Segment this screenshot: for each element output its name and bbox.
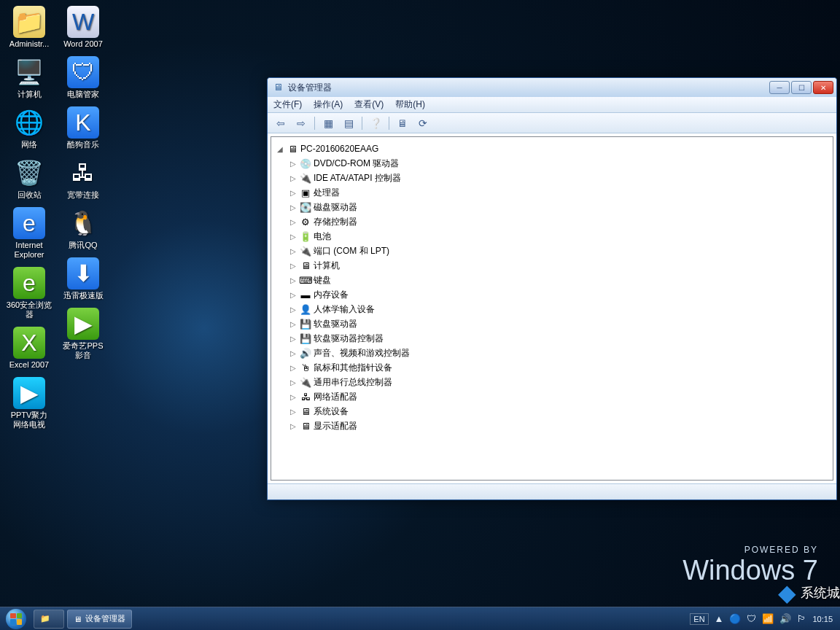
tree-computer[interactable]: ▷🖥计算机	[271, 258, 833, 273]
tree-system-expander[interactable]: ▷	[289, 408, 298, 416]
tray-lang[interactable]: EN	[690, 613, 708, 625]
tree-battery[interactable]: ▷🔋电池	[271, 229, 833, 244]
tray-icon-4[interactable]: 🔊	[779, 613, 791, 624]
tree-network-expander[interactable]: ▷	[289, 393, 298, 401]
taskbar-explorer[interactable]: 📁	[34, 610, 64, 629]
tree-display-expander[interactable]: ▷	[289, 422, 298, 430]
tree-sound[interactable]: ▷🔊声音、视频和游戏控制器	[271, 346, 833, 360]
tree-memory[interactable]: ▷▬内存设备	[271, 287, 833, 302]
desktop-icon-pptv[interactable]: ▶PPTV聚力 网络电视	[6, 377, 52, 429]
tree-memory-expander[interactable]: ▷	[289, 291, 298, 299]
tree-disk-expander[interactable]: ▷	[289, 203, 298, 211]
desktop-icon-kugou[interactable]: K酷狗音乐	[60, 106, 106, 149]
desktop-icon-qq-icon: 🐧	[67, 207, 99, 239]
desktop-icon-computer-icon: 🖥️	[13, 56, 45, 88]
tree-hid-label: 人体学输入设备	[314, 303, 375, 316]
forward-button[interactable]: ⇨	[292, 115, 310, 131]
titlebar[interactable]: 🖥 设备管理器 ─ ☐ ✕	[268, 78, 836, 97]
tree-floppy-ctrl-expander[interactable]: ▷	[289, 335, 298, 343]
tree-system[interactable]: ▷🖥系统设备	[271, 404, 833, 419]
tree-ide-expander[interactable]: ▷	[289, 174, 298, 182]
desktop-icon-ie[interactable]: eInternet Explorer	[6, 207, 52, 260]
tree-sound-expander[interactable]: ▷	[289, 349, 298, 357]
tree-root[interactable]: ◢🖥PC-20160620EAAG	[271, 141, 833, 156]
desktop-icon-word[interactable]: WWord 2007	[60, 6, 106, 49]
tree-system-label: 系统设备	[314, 405, 349, 418]
tree-floppy[interactable]: ▷💾软盘驱动器	[271, 316, 833, 331]
tree-hid[interactable]: ▷👤人体学输入设备	[271, 302, 833, 316]
tree-ports-expander[interactable]: ▷	[289, 247, 298, 255]
tray-icon-3[interactable]: 📶	[762, 613, 774, 624]
toolbar: ⇦⇨▦▤❔🖥⟳	[268, 113, 836, 133]
tree-cpu-expander[interactable]: ▷	[289, 189, 298, 197]
help-button[interactable]: ❔	[367, 115, 384, 131]
tree-mouse[interactable]: ▷🖱鼠标和其他指针设备	[271, 360, 833, 375]
menu-item-3[interactable]: 帮助(H)	[395, 98, 425, 111]
refresh-button[interactable]: ⟳	[414, 115, 432, 131]
tree-computer-expander[interactable]: ▷	[289, 262, 298, 270]
desktop-icon-iqiyi-icon: ▶	[67, 308, 99, 340]
desktop-icon-qq[interactable]: 🐧腾讯QQ	[60, 207, 106, 250]
tray-icon-5[interactable]: 🏳	[797, 613, 806, 624]
tree-dvd[interactable]: ▷💿DVD/CD-ROM 驱动器	[271, 156, 833, 171]
tray-clock[interactable]: 10:15	[812, 615, 833, 623]
desktop-icon-network[interactable]: 🌐网络	[6, 106, 52, 149]
tree-cpu[interactable]: ▷▣处理器	[271, 185, 833, 200]
desktop-icon-pcmanager-label: 电脑管家	[67, 90, 99, 99]
tree-usb-expander[interactable]: ▷	[289, 378, 298, 386]
tree-disk-label: 磁盘驱动器	[314, 201, 357, 214]
tray-icon-0[interactable]: ▲	[715, 613, 724, 624]
tree-mouse-icon: 🖱	[299, 362, 312, 373]
tree-keyboard[interactable]: ▷⌨键盘	[271, 273, 833, 287]
desktop-icon-word-icon: W	[67, 6, 99, 38]
tree-computer-label: 计算机	[314, 260, 340, 272]
tree-system-icon: 🖥	[299, 406, 312, 417]
tree-network[interactable]: ▷🖧网络适配器	[271, 389, 833, 404]
minimize-button[interactable]: ─	[769, 81, 790, 94]
desktop-icon-360browser[interactable]: e360安全浏览器	[6, 267, 52, 319]
desktop-icon-administrator-label: Administr...	[9, 39, 49, 49]
root-label: PC-20160620EAAG	[300, 144, 378, 154]
desktop-icons-grid: 📁Administr...🖥️计算机🌐网络🗑️回收站eInternet Expl…	[6, 6, 106, 429]
tree-dvd-expander[interactable]: ▷	[289, 160, 298, 168]
tree-disk[interactable]: ▷💽磁盘驱动器	[271, 200, 833, 214]
desktop-icon-broadband[interactable]: 🖧宽带连接	[60, 157, 106, 200]
menu-item-1[interactable]: 操作(A)	[314, 98, 343, 111]
tree-ide[interactable]: ▷🔌IDE ATA/ATAPI 控制器	[271, 171, 833, 185]
back-button[interactable]: ⇦	[272, 115, 289, 131]
properties-button[interactable]: ▤	[340, 115, 357, 131]
tree-ports[interactable]: ▷🔌端口 (COM 和 LPT)	[271, 244, 833, 258]
menu-item-0[interactable]: 文件(F)	[273, 98, 302, 111]
tree-hid-expander[interactable]: ▷	[289, 306, 298, 314]
scan-button[interactable]: 🖥	[394, 115, 411, 131]
tree-mouse-expander[interactable]: ▷	[289, 364, 298, 372]
desktop-icon-xunlei[interactable]: ⬇迅雷极速版	[60, 257, 106, 300]
tree-floppy-expander[interactable]: ▷	[289, 320, 298, 328]
menu-item-2[interactable]: 查看(V)	[354, 98, 384, 111]
desktop-icon-recycle-bin[interactable]: 🗑️回收站	[6, 157, 52, 200]
taskbar-devmgr[interactable]: 🖥设备管理器	[67, 610, 132, 629]
tree-display[interactable]: ▷🖥显示适配器	[271, 419, 833, 433]
tree-battery-expander[interactable]: ▷	[289, 233, 298, 241]
tree-storage-expander[interactable]: ▷	[289, 218, 298, 226]
desktop-icon-iqiyi[interactable]: ▶爱奇艺PPS影音	[60, 308, 106, 360]
close-button[interactable]: ✕	[813, 81, 833, 94]
tree-usb[interactable]: ▷🔌通用串行总线控制器	[271, 375, 833, 389]
desktop-icon-excel[interactable]: XExcel 2007	[6, 327, 52, 370]
tree-memory-icon: ▬	[299, 289, 312, 300]
desktop-icon-pcmanager[interactable]: 🛡电脑管家	[60, 56, 106, 99]
desktop-icon-computer[interactable]: 🖥️计算机	[6, 56, 52, 99]
tree-storage[interactable]: ▷⚙存储控制器	[271, 214, 833, 229]
tray-icon-1[interactable]: 🔵	[729, 613, 741, 624]
view-button[interactable]: ▦	[319, 115, 337, 131]
tree-floppy-ctrl[interactable]: ▷💾软盘驱动器控制器	[271, 331, 833, 346]
device-tree[interactable]: ◢🖥PC-20160620EAAG▷💿DVD/CD-ROM 驱动器▷🔌IDE A…	[271, 136, 833, 481]
start-button[interactable]	[0, 607, 32, 631]
tree-ports-label: 端口 (COM 和 LPT)	[314, 245, 389, 257]
tree-keyboard-expander[interactable]: ▷	[289, 276, 298, 284]
desktop-icon-network-label: 网络	[21, 140, 37, 149]
tray-icon-2[interactable]: 🛡	[747, 613, 756, 624]
desktop-icon-administrator[interactable]: 📁Administr...	[6, 6, 52, 49]
maximize-button[interactable]: ☐	[791, 81, 812, 94]
root-expander[interactable]: ◢	[276, 145, 284, 153]
